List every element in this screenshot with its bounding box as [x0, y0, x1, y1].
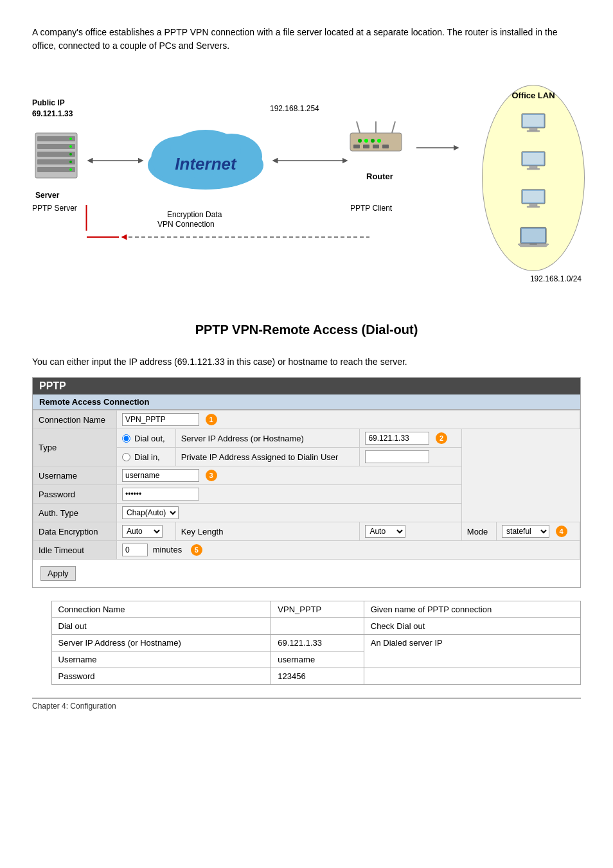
badge-3: 3	[206, 470, 217, 481]
svg-rect-13	[522, 229, 545, 242]
svg-point-39	[371, 139, 375, 143]
subnet-label: 192.168.1.0/24	[530, 274, 582, 283]
svg-rect-7	[523, 153, 544, 164]
pptp-panel: PPTP Remote Access Connection Connection…	[32, 377, 581, 588]
table-row: Connection Name VPN_PPTP Given name of P…	[32, 601, 581, 618]
table-row: Dial out Check Dial out	[32, 618, 581, 635]
table-row: Auth. Type Chap(Auto) PAP CHAP MSCHAP	[33, 504, 580, 522]
dial-in-label: Dial in,	[134, 452, 160, 462]
laptop-icon	[518, 226, 549, 251]
server-icon	[32, 130, 84, 188]
private-ip-label: 192.168.1.254	[270, 104, 319, 113]
empty-cell	[32, 635, 51, 651]
svg-rect-41	[353, 145, 360, 148]
server-ip-value-cell: 2	[360, 429, 461, 448]
mode-select[interactable]: stateful stateless	[502, 525, 549, 538]
type-label-cell: Type	[33, 429, 117, 466]
bt-server-ip-desc: An Dialed server IP	[364, 635, 580, 668]
apply-button[interactable]: Apply	[40, 566, 76, 581]
svg-point-38	[364, 139, 368, 143]
dial-out-cell: Dial out,	[117, 429, 176, 448]
encryption-data-label: Encryption Data	[167, 210, 222, 219]
vpn-label: VPN Connection	[157, 220, 369, 229]
empty-cell	[32, 618, 51, 635]
bt-dial-out-desc: Check Dial out	[364, 618, 580, 635]
dial-out-label: Dial out,	[134, 434, 165, 443]
intro-text: A company's office establishes a PPTP VP…	[32, 26, 581, 53]
public-ip-label: Public IP 69.121.1.33	[32, 98, 73, 120]
svg-rect-3	[523, 115, 544, 127]
svg-rect-2	[527, 130, 540, 132]
username-value-cell: 3	[117, 466, 462, 485]
svg-point-24	[69, 161, 72, 163]
auth-type-select[interactable]: Chap(Auto) PAP CHAP MSCHAP	[122, 506, 179, 519]
server-svg	[32, 130, 80, 181]
empty-cell	[32, 601, 51, 618]
footer: Chapter 4: Configuration	[32, 698, 581, 711]
pptp-server-label: PPTP Server	[32, 204, 77, 213]
pc-icons-group	[486, 104, 580, 258]
server-label: Server	[35, 191, 59, 200]
svg-point-25	[69, 168, 72, 171]
bt-password-label: Password	[51, 668, 271, 685]
cloud-svg: Internet	[141, 123, 270, 194]
bt-server-ip-label: Server IP Address (or Hostname)	[51, 635, 271, 651]
svg-rect-43	[373, 145, 379, 148]
pptp-title: PPTP	[33, 378, 580, 394]
diagram-container: Public IP 69.121.1.33 192.168.1.254 Offi…	[32, 72, 585, 316]
username-input[interactable]	[122, 469, 199, 482]
dial-in-radio[interactable]	[122, 453, 130, 461]
badge-2: 2	[436, 432, 447, 444]
router-svg	[347, 120, 405, 159]
svg-rect-10	[527, 206, 540, 208]
dial-in-cell: Dial in,	[117, 448, 176, 466]
password-label-cell: Password	[33, 485, 117, 504]
svg-rect-9	[529, 204, 537, 206]
remote-access-header: Remote Access Connection	[33, 394, 580, 410]
svg-text:Internet: Internet	[175, 154, 237, 173]
bt-password-desc	[364, 668, 580, 685]
idle-timeout-value-cell: minutes 5	[117, 541, 580, 560]
svg-point-40	[377, 139, 381, 143]
private-ip-input[interactable]	[365, 450, 429, 463]
idle-timeout-label-cell: Idle Timeout	[33, 541, 117, 560]
vpn-connection-area: VPN Connection	[87, 220, 369, 245]
office-lan-label: Office LAN	[511, 91, 555, 100]
idle-timeout-input[interactable]	[122, 544, 148, 556]
bt-username-label: Username	[51, 651, 271, 668]
server-ip-input[interactable]	[365, 432, 429, 445]
internet-cloud: Internet	[141, 123, 270, 200]
bt-col3-header: Given name of PPTP connection	[364, 601, 580, 618]
svg-rect-11	[523, 191, 544, 202]
svg-rect-44	[382, 145, 389, 148]
private-ip-input-cell	[360, 448, 461, 466]
bottom-table: Connection Name VPN_PPTP Given name of P…	[32, 601, 581, 685]
empty-cell	[32, 651, 51, 668]
desktop-icon-3	[520, 188, 546, 210]
password-value-cell	[117, 485, 462, 504]
connection-name-input[interactable]	[122, 413, 199, 426]
router-lan-arrow	[411, 141, 459, 156]
badge-5: 5	[191, 544, 202, 556]
diagram-title: PPTP VPN-Remote Access (Dial-out)	[32, 323, 581, 337]
password-input[interactable]	[122, 488, 199, 500]
data-enc-select[interactable]: Auto 40-bit 128-bit	[122, 525, 163, 538]
connection-name-value-cell: 1	[117, 411, 580, 429]
table-row: Connection Name 1	[33, 411, 580, 429]
table-row: Data Encryption Auto 40-bit 128-bit Key …	[33, 522, 580, 541]
mode-value-cell: stateful stateless 4	[497, 522, 580, 541]
table-row: Password	[33, 485, 580, 504]
svg-rect-6	[527, 168, 540, 170]
bt-password-val: 123456	[271, 668, 364, 685]
dial-out-radio[interactable]	[122, 434, 130, 443]
svg-rect-14	[529, 244, 537, 245]
bt-username-val: username	[271, 651, 364, 668]
table-row: Idle Timeout minutes 5	[33, 541, 580, 560]
auth-type-value-cell: Chap(Auto) PAP CHAP MSCHAP	[117, 504, 462, 522]
router-icon	[347, 120, 411, 172]
internet-router-arrow	[270, 154, 350, 169]
bt-dial-out-val	[271, 618, 364, 635]
bt-col1-header: Connection Name	[51, 601, 271, 618]
server-ip-label-cell: Server IP Address (or Hostname)	[175, 429, 360, 448]
key-length-select[interactable]: Auto 40-bit 56-bit 128-bit	[365, 525, 405, 538]
